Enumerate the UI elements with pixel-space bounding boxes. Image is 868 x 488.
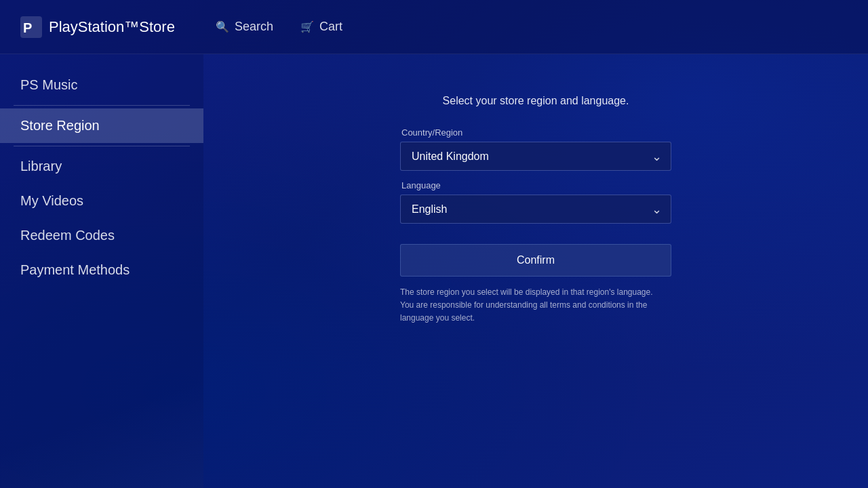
store-region-panel: Select your store region and language. C… xyxy=(400,95,671,325)
search-icon: 🔍 xyxy=(216,20,229,33)
language-select-wrapper: English French German Spanish Japanese ⌄ xyxy=(400,195,671,224)
svg-text:P: P xyxy=(23,20,32,35)
disclaimer-line1: The store region you select will be disp… xyxy=(400,287,653,297)
sidebar: PS Music Store Region Library My Videos … xyxy=(0,54,203,488)
language-select[interactable]: English French German Spanish Japanese xyxy=(400,195,671,224)
layout: PS Music Store Region Library My Videos … xyxy=(0,54,868,488)
sidebar-item-redeem-codes[interactable]: Redeem Codes xyxy=(0,218,203,253)
main-content: Select your store region and language. C… xyxy=(203,54,868,488)
cart-label: Cart xyxy=(319,20,342,34)
sidebar-label-my-videos: My Videos xyxy=(20,193,83,208)
country-select-wrapper: United Kingdom United States Germany Fra… xyxy=(400,142,671,171)
sidebar-divider-1 xyxy=(14,105,190,106)
header: P PlayStation™Store 🔍 Search 🛒 Cart xyxy=(0,0,868,54)
sidebar-label-redeem-codes: Redeem Codes xyxy=(20,228,115,243)
logo-area: P PlayStation™Store xyxy=(20,16,175,38)
playstation-icon: P xyxy=(20,16,42,38)
sidebar-label-payment-methods: Payment Methods xyxy=(20,262,130,277)
main-nav: 🔍 Search 🛒 Cart xyxy=(216,20,342,34)
sidebar-item-ps-music[interactable]: PS Music xyxy=(0,68,203,102)
cart-nav-item[interactable]: 🛒 Cart xyxy=(300,20,342,34)
sidebar-divider-2 xyxy=(14,146,190,146)
panel-title: Select your store region and language. xyxy=(400,95,671,107)
country-label: Country/Region xyxy=(400,127,671,138)
sidebar-item-store-region[interactable]: Store Region xyxy=(0,108,203,143)
sidebar-label-ps-music: PS Music xyxy=(20,77,77,92)
sidebar-item-library[interactable]: Library xyxy=(0,149,203,184)
sidebar-item-my-videos[interactable]: My Videos xyxy=(0,184,203,218)
language-field-group: Language English French German Spanish J… xyxy=(400,180,671,224)
sidebar-label-library: Library xyxy=(20,159,62,174)
sidebar-label-store-region: Store Region xyxy=(20,118,100,133)
disclaimer-line2: You are responsible for understanding al… xyxy=(400,300,647,323)
confirm-button[interactable]: Confirm xyxy=(400,244,671,277)
disclaimer-text: The store region you select will be disp… xyxy=(400,286,671,325)
search-nav-item[interactable]: 🔍 Search xyxy=(216,20,273,34)
country-select[interactable]: United Kingdom United States Germany Fra… xyxy=(400,142,671,171)
language-label: Language xyxy=(400,180,671,190)
country-field-group: Country/Region United Kingdom United Sta… xyxy=(400,127,671,171)
cart-icon: 🛒 xyxy=(300,20,314,33)
search-label: Search xyxy=(235,20,273,34)
logo-text: PlayStation™Store xyxy=(49,18,175,36)
sidebar-item-payment-methods[interactable]: Payment Methods xyxy=(0,253,203,287)
